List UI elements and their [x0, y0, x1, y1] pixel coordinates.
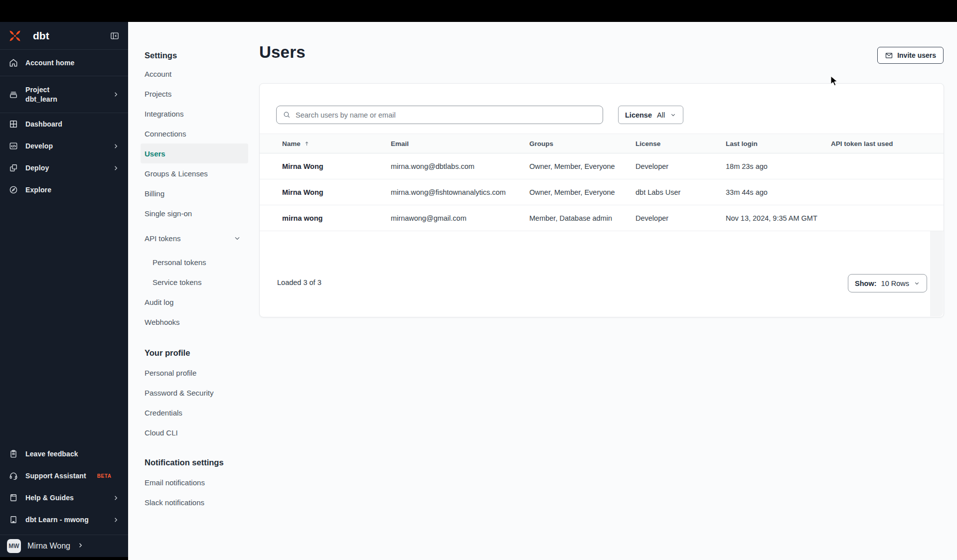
license-filter-dropdown[interactable]: License All: [618, 106, 683, 124]
settings-nav-api-tokens[interactable]: API tokens: [141, 228, 248, 248]
sidebar-header: dbt: [0, 22, 128, 50]
users-card: License All Name Email Groups License La…: [259, 83, 944, 317]
dbt-logo-icon[interactable]: [8, 29, 21, 42]
app-window: dbt Account home: [0, 0, 957, 560]
settings-nav-billing[interactable]: Billing: [141, 183, 248, 203]
settings-nav-users[interactable]: Users: [141, 143, 248, 163]
sidebar-item-label: Dashboard: [25, 120, 62, 128]
settings-nav-personal-tokens[interactable]: Personal tokens: [141, 252, 248, 272]
chevron-right-icon: [112, 164, 120, 172]
column-header-license[interactable]: License: [636, 140, 726, 147]
cell-email: mirnawong@gmail.com: [391, 214, 529, 222]
home-icon: [8, 58, 18, 68]
column-header-email[interactable]: Email: [391, 140, 529, 147]
rows-per-page-dropdown[interactable]: Show: 10 Rows: [848, 274, 927, 292]
cell-name: Mirna Wong: [282, 162, 391, 170]
page-title: Users: [259, 43, 306, 62]
sidebar-item-label: Leave feedback: [25, 450, 78, 458]
chevron-right-icon: [112, 516, 120, 524]
explore-compass-icon: [8, 185, 18, 195]
settings-nav-credentials[interactable]: Credentials: [141, 403, 248, 422]
sidebar-item-account-home[interactable]: Account home: [0, 50, 128, 76]
beta-badge: BETA: [97, 473, 112, 479]
deploy-squares-icon: [8, 163, 18, 173]
column-header-name[interactable]: Name: [282, 140, 391, 147]
cell-email: mirna.wong@fishtownanalytics.com: [391, 188, 529, 196]
sidebar-item-project[interactable]: Project dbt_learn: [0, 76, 128, 113]
sidebar-item-label: Account home: [25, 59, 74, 67]
settings-nav-heading: Settings: [141, 47, 248, 64]
develop-code-icon: [8, 141, 18, 151]
app-sidebar: dbt Account home: [0, 22, 128, 560]
clipboard-icon: [8, 449, 18, 459]
table-row[interactable]: Mirna Wong mirna.wong@fishtownanalytics.…: [260, 179, 944, 205]
column-header-last-login[interactable]: Last login: [726, 140, 831, 147]
settings-nav-slack-notifications[interactable]: Slack notifications: [141, 492, 248, 512]
settings-nav-projects[interactable]: Projects: [141, 84, 248, 104]
settings-nav-personal-profile[interactable]: Personal profile: [141, 363, 248, 383]
profile-section-heading: Your profile: [141, 343, 248, 363]
sidebar-item-deploy[interactable]: Deploy: [0, 157, 128, 179]
settings-nav-integrations[interactable]: Integrations: [141, 104, 248, 124]
invite-users-button[interactable]: Invite users: [877, 47, 944, 64]
headset-icon: [8, 471, 18, 481]
settings-nav-audit-log[interactable]: Audit log: [141, 292, 248, 312]
loaded-status-text: Loaded 3 of 3: [277, 279, 321, 286]
cell-license: dbt Labs User: [636, 188, 726, 196]
settings-nav-account[interactable]: Account: [141, 64, 248, 84]
sidebar-bottom-group: Leave feedback Support Assistant BETA: [0, 443, 128, 557]
cell-last-login: 18m 23s ago: [726, 162, 831, 170]
chevron-right-icon: [77, 542, 84, 551]
sidebar-item-label: Develop: [25, 142, 53, 150]
sidebar-item-label: dbt Learn - mwong: [25, 516, 89, 524]
sidebar-item-leave-feedback[interactable]: Leave feedback: [0, 443, 128, 465]
cell-groups: Owner, Member, Everyone: [529, 188, 636, 196]
settings-nav-connections[interactable]: Connections: [141, 124, 248, 143]
avatar: MW: [7, 539, 21, 553]
sidebar-item-account-switcher[interactable]: dbt Learn - mwong: [0, 509, 128, 531]
collapse-sidebar-icon[interactable]: [110, 31, 120, 41]
sidebar-project-name: dbt_learn: [25, 95, 57, 103]
settings-nav-service-tokens[interactable]: Service tokens: [141, 272, 248, 292]
cell-groups: Owner, Member, Everyone: [529, 162, 636, 170]
notification-section-heading: Notification settings: [141, 452, 248, 472]
column-header-groups[interactable]: Groups: [529, 140, 636, 147]
sidebar-item-develop[interactable]: Develop: [0, 135, 128, 157]
invite-users-label: Invite users: [897, 51, 936, 59]
sidebar-item-dashboard[interactable]: Dashboard: [0, 113, 128, 135]
book-icon: [8, 493, 18, 503]
column-header-api-token[interactable]: API token last used: [831, 140, 929, 147]
settings-nav-item-label: API tokens: [145, 234, 181, 243]
cell-license: Developer: [636, 214, 726, 222]
settings-nav-email-notifications[interactable]: Email notifications: [141, 472, 248, 492]
table-header: Name Email Groups License Last login API…: [260, 134, 944, 153]
cell-groups: Member, Database admin: [529, 214, 636, 222]
search-input[interactable]: [296, 111, 597, 119]
sidebar-item-label: Project: [25, 86, 57, 94]
chevron-right-icon: [112, 91, 120, 98]
sidebar-user-menu[interactable]: MW Mirna Wong: [0, 535, 128, 557]
project-box-icon: [8, 90, 18, 100]
settings-nav-cloud-cli[interactable]: Cloud CLI: [141, 422, 248, 442]
sidebar-item-help-guides[interactable]: Help & Guides: [0, 487, 128, 509]
table-row[interactable]: mirna wong mirnawong@gmail.com Member, D…: [260, 205, 944, 231]
settings-nav-single-sign-on[interactable]: Single sign-on: [141, 203, 248, 223]
sidebar-item-label: Deploy: [25, 164, 49, 172]
settings-nav-webhooks[interactable]: Webhooks: [141, 312, 248, 332]
search-icon: [283, 111, 291, 119]
license-filter-value: All: [657, 111, 665, 119]
sidebar-item-explore[interactable]: Explore: [0, 179, 128, 201]
dbt-logo-wordmark: dbt: [33, 30, 49, 42]
show-label: Show:: [855, 280, 877, 287]
settings-nav: Settings Account Projects Integrations C…: [141, 47, 248, 512]
settings-nav-groups-licenses[interactable]: Groups & Licenses: [141, 163, 248, 183]
search-users-field: [276, 106, 603, 124]
sidebar-item-support-assistant[interactable]: Support Assistant BETA: [0, 465, 128, 487]
dashboard-grid-icon: [8, 119, 18, 129]
table-row[interactable]: Mirna Wong mirna.wong@dbtlabs.com Owner,…: [260, 153, 944, 179]
chevron-down-icon: [233, 234, 241, 242]
top-bar: [0, 0, 957, 22]
cell-name: mirna wong: [282, 214, 391, 222]
settings-nav-password-security[interactable]: Password & Security: [141, 383, 248, 403]
chevron-right-icon: [112, 494, 120, 502]
